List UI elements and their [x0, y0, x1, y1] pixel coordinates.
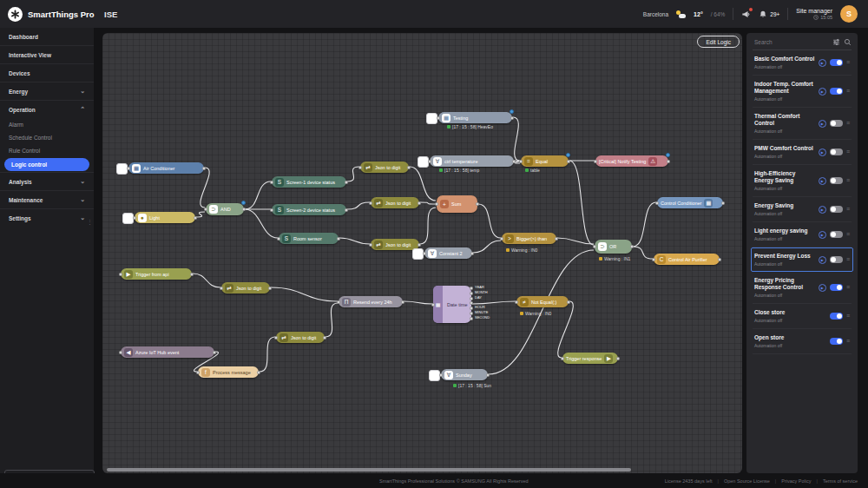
drag-handle-icon[interactable]: ≡	[846, 149, 850, 155]
sidebar-item-interactive-view[interactable]: Interactive View	[0, 45, 94, 63]
toggle-on[interactable]	[830, 338, 843, 345]
output-port[interactable]	[567, 300, 570, 304]
output-port[interactable]	[512, 160, 516, 163]
toggle-off[interactable]	[830, 148, 843, 155]
output-port[interactable]	[202, 167, 206, 170]
input-port[interactable]	[655, 201, 659, 205]
node-control-air-purifier[interactable]: CControl Air Purifier	[654, 254, 720, 265]
input-port[interactable]	[119, 273, 122, 276]
node-json-to-digit-5[interactable]: ⇄Json to digit	[276, 332, 325, 343]
drag-handle-icon[interactable]: ≡	[846, 339, 850, 344]
toggle-on[interactable]	[830, 59, 843, 66]
sidebar-resize-handle[interactable]: ⋮	[87, 221, 93, 223]
sidebar-item-dashboard[interactable]: Dashboard	[0, 28, 94, 45]
toggle-off[interactable]	[830, 120, 843, 127]
output-port[interactable]	[486, 373, 490, 377]
node-azure-iot-hub-event[interactable]: ◀Azure IoT Hub event	[121, 346, 214, 358]
sidebar-item-devices[interactable]: Devices	[0, 63, 94, 82]
input-port[interactable]	[274, 336, 278, 340]
input-port[interactable]	[437, 116, 440, 120]
output-port[interactable]	[470, 292, 473, 295]
input-port[interactable]	[652, 258, 655, 261]
output-port[interactable]	[418, 201, 421, 205]
node-constant-2[interactable]: ∀Constant 2	[424, 247, 472, 259]
play-button[interactable]: ▶	[819, 206, 826, 214]
play-button[interactable]: ▶	[819, 148, 826, 156]
node-testing[interactable]: ▦Testing	[438, 112, 512, 123]
input-port[interactable]	[439, 373, 443, 377]
input-port[interactable]	[369, 201, 372, 205]
drag-handle-icon[interactable]: ≡	[846, 257, 850, 262]
output-port[interactable]	[418, 243, 421, 247]
output-port[interactable]	[242, 208, 246, 211]
edit-logic-button[interactable]: Edit Logic	[697, 36, 740, 48]
output-port[interactable]	[323, 336, 326, 340]
node-and[interactable]: ⊃AND	[206, 203, 244, 215]
node-process-message[interactable]: fProcess message	[198, 366, 259, 378]
drag-handle-icon[interactable]: ≡	[846, 60, 850, 65]
output-port[interactable]	[213, 351, 216, 354]
node-bigger-than[interactable]: >Bigger(>) than	[502, 233, 556, 244]
play-button[interactable]: ▶	[819, 88, 826, 96]
logic-canvas[interactable]: Edit Logic ▦Testing∀ctrl temperature=Equ…	[102, 33, 742, 473]
sidebar-item-maintenance[interactable]: Maintenance⌄	[0, 190, 94, 208]
automation-row-close-store[interactable]: Close storeAutomation off≡	[753, 304, 852, 329]
input-port[interactable]	[270, 181, 273, 184]
drag-handle-icon[interactable]: ≡	[846, 121, 850, 126]
drag-handle-icon[interactable]: ≡	[846, 178, 850, 183]
output-port[interactable]	[616, 357, 620, 360]
input-port[interactable]	[358, 166, 362, 169]
toggle-off[interactable]	[830, 231, 843, 238]
node-trigger-from-api[interactable]: ▶Trigger from api	[121, 268, 192, 280]
input-port[interactable]	[204, 208, 207, 211]
node-json-to-digit-1[interactable]: ⇄Json to digit	[360, 162, 409, 173]
toggle-off[interactable]	[830, 206, 843, 213]
node-notify-testing[interactable]: [Critical] Notify Testing⚠	[595, 155, 668, 167]
automation-row-energy-saving[interactable]: Energy SavingAutomation off▶≡	[753, 197, 852, 222]
input-port[interactable]	[423, 252, 426, 255]
automation-row-basic-comfort-control[interactable]: Basic Comfort ControlAutomation off▶≡	[753, 50, 852, 76]
output-port[interactable]	[555, 237, 558, 241]
output-port[interactable]	[345, 181, 348, 184]
search-input[interactable]	[753, 38, 829, 46]
output-port[interactable]	[257, 371, 260, 374]
automation-row-light-energy-saving[interactable]: Light energy savingAutomation off▶≡	[753, 222, 852, 247]
output-port[interactable]	[721, 201, 725, 205]
drag-handle-icon[interactable]: ≡	[846, 207, 850, 212]
drag-handle-icon[interactable]: ≡	[846, 232, 850, 237]
input-port[interactable]	[593, 245, 596, 248]
output-port[interactable]	[470, 252, 474, 255]
automation-row-open-store[interactable]: Open storeAutomation off≡	[753, 329, 852, 354]
output-port[interactable]	[630, 245, 634, 248]
sidebar-item-logic-control[interactable]: Logic control	[4, 158, 89, 171]
node-or[interactable]: ⊃OR	[595, 240, 632, 254]
input-port[interactable]	[220, 287, 223, 290]
output-port[interactable]	[476, 202, 479, 206]
footer-link-open-source-license[interactable]: Open Source License	[724, 478, 770, 484]
output-port[interactable]	[470, 287, 473, 290]
node-screen-1-device-status[interactable]: SScreen-1 device status	[272, 176, 346, 188]
input-port[interactable]	[435, 202, 438, 206]
sidebar-item-operation[interactable]: Operation⌃	[0, 100, 94, 118]
automation-row-prevent-energy-loss[interactable]: Prevent Energy LossAutomation off▶≡	[751, 247, 853, 272]
input-port[interactable]	[270, 208, 273, 212]
output-port[interactable]	[667, 160, 670, 163]
input-port[interactable]	[119, 351, 122, 354]
automation-row-thermal-comfort-control[interactable]: Thermal Comfort ControlAutomation off▶≡	[753, 108, 852, 140]
sidebar-item-settings[interactable]: Settings⌄	[0, 208, 94, 227]
node-json-to-digit-3[interactable]: ⇄Json to digit	[371, 239, 419, 250]
input-port[interactable]	[277, 237, 280, 241]
play-button[interactable]: ▶	[819, 120, 826, 128]
toggle-off[interactable]	[830, 256, 843, 263]
node-ctrl-temperature[interactable]: ∀ctrl temperature	[430, 155, 514, 167]
output-port[interactable]	[470, 317, 473, 320]
node-control-conditioner[interactable]: Control Conditioner▦	[657, 197, 723, 208]
megaphone-icon[interactable]	[741, 10, 751, 19]
input-port[interactable]	[519, 160, 523, 163]
output-port[interactable]	[407, 166, 411, 169]
node-sum[interactable]: +Sum	[437, 195, 477, 213]
node-equal[interactable]: =Equal	[521, 155, 569, 167]
output-port[interactable]	[194, 216, 197, 220]
sidebar-item-energy[interactable]: Energy⌄	[0, 82, 94, 100]
output-port[interactable]	[345, 208, 348, 212]
